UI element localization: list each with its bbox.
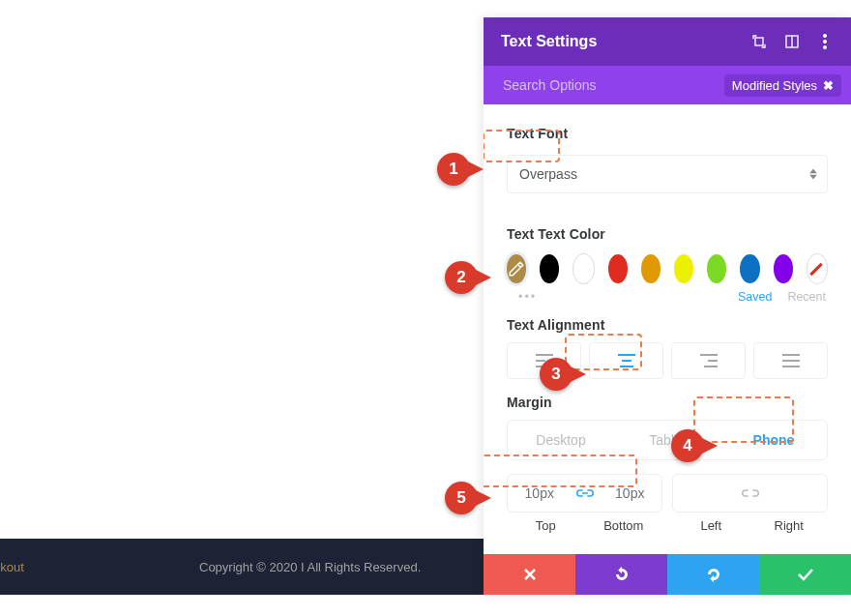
text-settings-panel: Text Settings Modified Styles ✖ Text Fon… [484, 17, 851, 595]
align-right-button[interactable] [671, 342, 746, 379]
callout-1: 1 [437, 153, 484, 186]
cancel-button[interactable] [484, 554, 575, 595]
footer-copyright: Copyright © 2020 I All Rights Reserved. [199, 560, 421, 574]
margin-label: Margin [507, 395, 828, 410]
menu-icon[interactable] [816, 33, 834, 50]
svg-point-3 [823, 34, 827, 38]
swatch-none[interactable] [807, 253, 828, 284]
text-font-label: Text Font [507, 126, 828, 141]
undo-icon [613, 566, 631, 583]
margin-link-vertical-icon[interactable] [572, 487, 599, 499]
svg-point-4 [823, 40, 827, 44]
margin-top-input[interactable]: 10px [508, 485, 572, 501]
alignment-row [507, 342, 828, 379]
margin-top-label: Top [507, 518, 585, 533]
expand-icon[interactable] [750, 33, 768, 50]
link-icon [576, 487, 594, 499]
swatch-red[interactable] [608, 254, 628, 283]
close-icon [523, 568, 537, 581]
swatch-black[interactable] [540, 254, 559, 283]
margin-input-labels: TopBottom LeftRight [507, 518, 828, 533]
color-picker-swatch[interactable] [507, 254, 526, 283]
panel-subheader: Modified Styles ✖ [484, 66, 851, 104]
responsive-tabs: Desktop Tablet Phone [507, 420, 828, 460]
text-font-select[interactable]: Overpass [507, 155, 828, 193]
confirm-button[interactable] [759, 554, 851, 595]
align-justify-icon [782, 354, 800, 367]
pill-close-icon[interactable]: ✖ [823, 78, 834, 93]
margin-inputs: 10px 10px [507, 474, 828, 513]
pill-label: Modified Styles [732, 78, 817, 93]
search-options-input[interactable] [501, 76, 724, 94]
align-left-button[interactable] [507, 342, 581, 379]
svg-rect-0 [755, 38, 763, 45]
tab-tablet[interactable]: Tablet [614, 421, 720, 459]
footer-checkout-link[interactable]: Checkout [0, 560, 24, 574]
svg-point-5 [823, 45, 827, 49]
unlink-icon [742, 487, 759, 499]
swatch-more-icon[interactable]: ••• [518, 290, 537, 304]
swatch-white[interactable] [572, 253, 594, 284]
align-justify-button[interactable] [753, 342, 828, 379]
font-select-value: Overpass [519, 166, 577, 182]
redo-button[interactable] [667, 554, 759, 595]
callout-1-bubble: 1 [437, 153, 470, 186]
callout-5-bubble: 5 [445, 482, 478, 514]
panel-header: Text Settings [484, 17, 851, 66]
undo-button[interactable] [575, 554, 667, 595]
swatch-recent-tab[interactable]: Recent [787, 290, 826, 304]
margin-right-label: Right [750, 518, 829, 533]
align-center-button[interactable] [589, 342, 663, 379]
eyedropper-icon [508, 260, 525, 278]
modified-styles-pill[interactable]: Modified Styles ✖ [724, 74, 841, 97]
margin-pair-horizontal [672, 474, 828, 513]
margin-bottom-label: Bottom [585, 518, 663, 533]
swatch-blue[interactable] [740, 254, 759, 283]
margin-left-label: Left [672, 518, 750, 533]
align-right-icon [700, 354, 718, 367]
align-center-icon [618, 354, 635, 367]
panel-action-bar [484, 554, 851, 595]
margin-link-horizontal-icon[interactable] [737, 487, 764, 499]
margin-bottom-input[interactable]: 10px [599, 485, 662, 501]
panel-title: Text Settings [501, 33, 735, 50]
swatch-saved-tab[interactable]: Saved [738, 290, 772, 304]
tab-desktop[interactable]: Desktop [508, 421, 614, 459]
callout-2-bubble: 2 [445, 261, 478, 294]
align-left-icon [536, 354, 553, 367]
check-icon [797, 568, 814, 581]
color-swatch-row [507, 253, 828, 284]
select-caret-icon [809, 169, 817, 180]
text-color-label: Text Text Color [507, 226, 828, 242]
swatch-purple[interactable] [774, 254, 793, 283]
text-alignment-label: Text Alignment [507, 317, 828, 333]
swatch-yellow[interactable] [674, 254, 693, 283]
swatch-green[interactable] [707, 254, 726, 283]
margin-pair-vertical: 10px 10px [507, 474, 662, 513]
swatch-links: ••• Saved Recent [507, 290, 828, 304]
panel-body: Text Font Overpass Text Text Color [484, 104, 851, 554]
swatch-orange[interactable] [641, 254, 660, 283]
tab-phone[interactable]: Phone [720, 421, 827, 459]
layout-icon[interactable] [783, 33, 801, 50]
redo-icon [705, 566, 722, 583]
